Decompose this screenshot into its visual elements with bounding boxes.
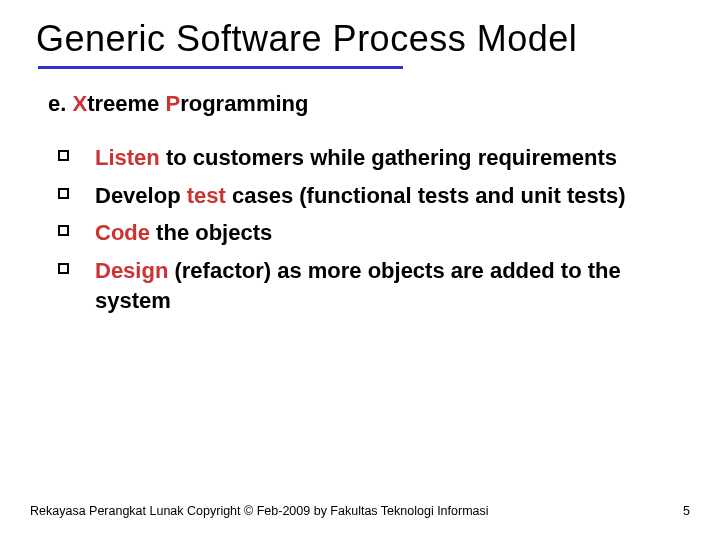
bullet-rest: the objects (150, 220, 272, 245)
bullet-rest: cases (functional tests and unit tests) (226, 183, 626, 208)
bullet-pre: Develop (95, 183, 187, 208)
bullet-text: Listen to customers while gathering requ… (95, 143, 617, 173)
bullet-accent: Listen (95, 145, 160, 170)
list-item: Develop test cases (functional tests and… (58, 181, 690, 211)
subtitle-part3: rogramming (180, 91, 308, 116)
slide-footer: Rekayasa Perangkat Lunak Copyright © Feb… (30, 504, 690, 518)
subtitle-accent-x: X (72, 91, 87, 116)
list-item: Design (refactor) as more objects are ad… (58, 256, 690, 315)
subtitle-part2: treeme (87, 91, 165, 116)
bullet-marker-icon (58, 188, 69, 199)
bullet-marker-icon (58, 225, 69, 236)
bullet-list: Listen to customers while gathering requ… (58, 143, 690, 315)
bullet-accent: Design (95, 258, 168, 283)
list-item: Code the objects (58, 218, 690, 248)
slide-subtitle: e. Xtreeme Programming (48, 91, 690, 117)
footer-copyright: Rekayasa Perangkat Lunak Copyright © Feb… (30, 504, 489, 518)
bullet-text: Code the objects (95, 218, 272, 248)
bullet-accent: Code (95, 220, 150, 245)
list-item: Listen to customers while gathering requ… (58, 143, 690, 173)
bullet-accent: test (187, 183, 226, 208)
subtitle-accent-p: P (165, 91, 180, 116)
bullet-marker-icon (58, 263, 69, 274)
subtitle-part1: e. (48, 91, 72, 116)
bullet-rest: (refactor) as more objects are added to … (95, 258, 621, 313)
bullet-text: Develop test cases (functional tests and… (95, 181, 626, 211)
slide: Generic Software Process Model e. Xtreem… (0, 0, 720, 540)
bullet-text: Design (refactor) as more objects are ad… (95, 256, 655, 315)
page-number: 5 (683, 504, 690, 518)
bullet-marker-icon (58, 150, 69, 161)
page-title: Generic Software Process Model (36, 18, 690, 60)
title-underline (38, 66, 403, 69)
bullet-rest: to customers while gathering requirement… (160, 145, 617, 170)
